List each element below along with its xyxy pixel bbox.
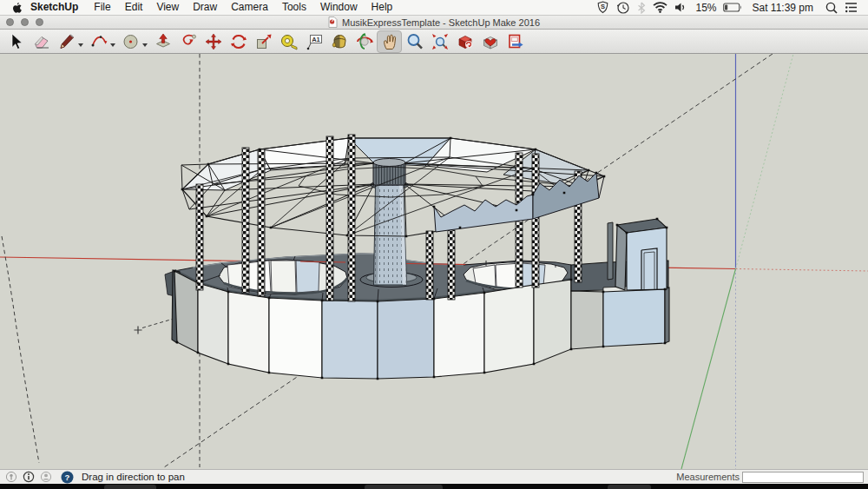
pan-hand-icon [380,32,399,51]
menu-window[interactable]: Window [313,0,365,16]
menu-help[interactable]: Help [365,0,400,16]
lattice-tower [532,154,539,287]
booth-side [615,225,627,290]
tool-rotate[interactable] [226,30,251,53]
svg-text:S: S [601,3,605,10]
select-arrow-icon [7,32,26,51]
measurements-label: Measurements [676,472,740,482]
bottom-strip-blob [104,485,156,489]
wall-panel [534,280,571,364]
svg-text:?: ? [65,472,70,482]
menu-bar: SketchUp File Edit View Draw Camera Tool… [0,0,868,16]
lattice-tower [326,136,333,301]
tool-line[interactable] [54,30,86,53]
tool-select[interactable] [3,30,29,53]
viewport-background [0,54,868,469]
window-title-bar[interactable]: MusikExpressTemplate - SketchUp Make 201… [0,16,868,30]
notification-center-icon[interactable] [841,0,868,16]
wall-panel [322,301,378,379]
model-canvas[interactable] [0,54,868,469]
tool-scale[interactable] [251,30,276,53]
toolbar: A1 [0,30,868,54]
menu-camera[interactable]: Camera [224,0,275,16]
spotlight-search-icon[interactable] [818,0,841,16]
lattice-tower [426,231,433,300]
tool-tape-measure[interactable] [276,30,301,53]
tool-share-model[interactable] [477,30,503,53]
lattice-tower [258,149,265,296]
geolocation-icon[interactable] [5,471,17,483]
bottom-strip-blob [608,485,651,489]
wall-panel [603,289,665,347]
wall-panel [434,293,484,377]
tape-measure-icon [279,32,299,51]
bottom-strip [0,484,868,489]
tool-follow-me[interactable] [175,30,201,53]
follow-me-icon [179,32,198,51]
text-icon: A1 [305,32,324,51]
share-model-icon [481,32,500,51]
arc-icon [89,32,108,51]
shield-s-icon[interactable]: S [593,0,613,16]
pencil-line-icon [57,32,76,51]
wall-panel [228,292,269,373]
menu-tools[interactable]: Tools [275,0,313,16]
tool-send-to-layout[interactable] [503,30,528,53]
circle-dropdown-caret[interactable] [142,43,148,47]
screen: SketchUp File Edit View Draw Camera Tool… [0,0,868,489]
tool-pan[interactable] [377,30,402,53]
circle-icon [122,32,141,51]
window-title: MusikExpressTemplate - SketchUp Make 201… [342,17,540,28]
lattice-tower [196,184,203,290]
status-hint: Drag in direction to pan [82,472,185,482]
booth-front [627,228,667,290]
bluetooth-icon[interactable] [634,0,649,16]
tool-get-models[interactable] [452,30,477,53]
measurements-input[interactable] [742,472,864,483]
tool-zoom-extents[interactable] [427,30,452,53]
document-icon [328,17,338,28]
get-models-icon [456,32,475,51]
menu-draw[interactable]: Draw [186,0,224,16]
time-machine-icon[interactable] [613,0,634,16]
zoom-icon [405,32,424,51]
svg-text:A1: A1 [312,35,320,43]
scale-icon [254,32,273,51]
tool-orbit[interactable] [352,30,377,53]
menu-view[interactable]: View [149,0,186,16]
wall-panel [571,291,603,349]
lattice-tower [242,148,249,293]
volume-icon[interactable] [671,0,691,16]
menubar-clock[interactable]: Sat 11:39 pm [746,2,819,14]
zoom-extents-icon [431,32,450,51]
tool-circle[interactable] [118,30,150,53]
sign-in-icon[interactable] [40,471,52,483]
rotate-icon [229,32,248,51]
tool-move[interactable] [201,30,226,53]
tool-text[interactable]: A1 [301,30,326,53]
wall-panel [484,285,534,373]
lattice-tower [348,135,355,301]
wifi-icon[interactable] [649,0,671,16]
viewport-3d[interactable] [0,54,868,469]
tool-zoom[interactable] [402,30,427,53]
wall-panel [378,299,434,379]
apple-menu-icon[interactable] [11,2,23,14]
credits-info-icon[interactable] [23,471,35,483]
push-pull-icon [154,32,173,51]
battery-percent: 15% [691,2,720,14]
tool-push-pull[interactable] [150,30,175,53]
menu-edit[interactable]: Edit [118,0,150,16]
arc-dropdown-caret[interactable] [110,43,115,47]
menu-file[interactable]: File [87,0,117,16]
tool-arc[interactable] [86,30,118,53]
wall-panel [198,283,228,364]
eraser-icon [32,32,51,51]
wall-panel [174,271,198,353]
move-icon [204,32,223,51]
line-dropdown-caret[interactable] [78,43,83,47]
tool-eraser[interactable] [29,30,54,53]
help-icon[interactable]: ? [61,471,74,484]
tool-paint-bucket[interactable] [326,30,352,53]
menu-sketchup[interactable]: SketchUp [30,0,87,16]
